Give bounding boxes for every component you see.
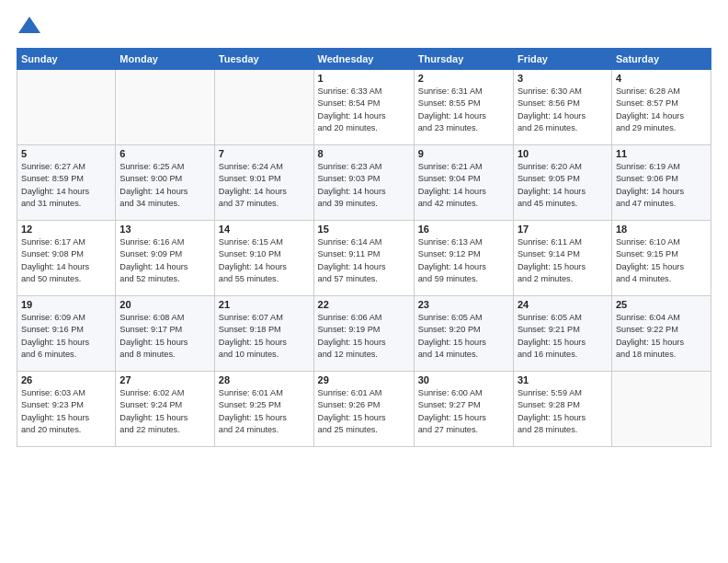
calendar-cell [611,372,711,447]
day-info: Sunrise: 6:19 AM Sunset: 9:06 PM Dayligh… [616,161,707,210]
calendar-cell: 30Sunrise: 6:00 AM Sunset: 9:27 PM Dayli… [414,372,513,447]
calendar-cell: 12Sunrise: 6:17 AM Sunset: 9:08 PM Dayli… [17,221,116,296]
day-info: Sunrise: 6:02 AM Sunset: 9:24 PM Dayligh… [119,387,210,436]
calendar-cell: 9Sunrise: 6:21 AM Sunset: 9:04 PM Daylig… [414,145,513,221]
day-number: 28 [219,374,310,385]
day-info: Sunrise: 6:06 AM Sunset: 9:19 PM Dayligh… [318,312,410,361]
day-number: 27 [119,374,210,385]
day-number: 5 [21,148,111,159]
week-row-4: 19Sunrise: 6:09 AM Sunset: 9:16 PM Dayli… [17,296,711,372]
calendar-cell: 10Sunrise: 6:20 AM Sunset: 9:05 PM Dayli… [513,145,611,221]
day-info: Sunrise: 6:04 AM Sunset: 9:22 PM Dayligh… [616,312,707,361]
calendar-cell: 2Sunrise: 6:31 AM Sunset: 8:55 PM Daylig… [414,70,513,145]
calendar-cell: 21Sunrise: 6:07 AM Sunset: 9:18 PM Dayli… [214,296,313,372]
day-number: 17 [518,224,608,235]
day-number: 30 [418,374,509,385]
calendar-cell: 16Sunrise: 6:13 AM Sunset: 9:12 PM Dayli… [414,221,513,296]
week-row-5: 26Sunrise: 6:03 AM Sunset: 9:23 PM Dayli… [17,372,711,447]
weekday-header-wednesday: Wednesday [313,49,414,70]
day-info: Sunrise: 6:33 AM Sunset: 8:54 PM Dayligh… [318,86,410,134]
calendar-cell: 5Sunrise: 6:27 AM Sunset: 8:59 PM Daylig… [17,145,116,221]
day-number: 31 [518,374,608,385]
day-info: Sunrise: 6:00 AM Sunset: 9:27 PM Dayligh… [418,387,509,436]
day-info: Sunrise: 6:20 AM Sunset: 9:05 PM Dayligh… [518,161,608,210]
week-row-1: 1Sunrise: 6:33 AM Sunset: 8:54 PM Daylig… [17,70,711,145]
day-number: 8 [318,148,410,159]
calendar-cell: 25Sunrise: 6:04 AM Sunset: 9:22 PM Dayli… [611,296,711,372]
day-number: 19 [21,299,111,310]
week-row-2: 5Sunrise: 6:27 AM Sunset: 8:59 PM Daylig… [17,145,711,221]
day-info: Sunrise: 6:23 AM Sunset: 9:03 PM Dayligh… [318,161,410,210]
day-info: Sunrise: 6:21 AM Sunset: 9:04 PM Dayligh… [418,161,509,210]
day-number: 2 [418,73,509,84]
calendar-cell: 1Sunrise: 6:33 AM Sunset: 8:54 PM Daylig… [313,70,414,145]
day-info: Sunrise: 6:25 AM Sunset: 9:00 PM Dayligh… [119,161,210,210]
day-number: 3 [518,73,608,84]
calendar-cell: 24Sunrise: 6:05 AM Sunset: 9:21 PM Dayli… [513,296,611,372]
calendar-cell: 17Sunrise: 6:11 AM Sunset: 9:14 PM Dayli… [513,221,611,296]
day-number: 11 [616,148,707,159]
weekday-header-tuesday: Tuesday [214,49,313,70]
calendar-cell: 14Sunrise: 6:15 AM Sunset: 9:10 PM Dayli… [214,221,313,296]
calendar-cell: 8Sunrise: 6:23 AM Sunset: 9:03 PM Daylig… [313,145,414,221]
day-info: Sunrise: 6:30 AM Sunset: 8:56 PM Dayligh… [518,86,608,134]
calendar-cell [17,70,116,145]
day-number: 7 [219,148,310,159]
day-info: Sunrise: 6:03 AM Sunset: 9:23 PM Dayligh… [21,387,111,436]
day-number: 18 [616,224,707,235]
calendar-cell: 29Sunrise: 6:01 AM Sunset: 9:26 PM Dayli… [313,372,414,447]
header [17,17,711,39]
calendar-cell: 19Sunrise: 6:09 AM Sunset: 9:16 PM Dayli… [17,296,116,372]
weekday-header-monday: Monday [116,49,215,70]
calendar-cell: 6Sunrise: 6:25 AM Sunset: 9:00 PM Daylig… [116,145,215,221]
day-info: Sunrise: 6:27 AM Sunset: 8:59 PM Dayligh… [21,161,111,210]
calendar-cell: 7Sunrise: 6:24 AM Sunset: 9:01 PM Daylig… [214,145,313,221]
day-info: Sunrise: 6:01 AM Sunset: 9:25 PM Dayligh… [219,387,310,436]
logo [17,17,46,39]
weekday-header-friday: Friday [513,49,611,70]
weekday-header-saturday: Saturday [611,49,711,70]
day-number: 10 [518,148,608,159]
logo-icon [17,13,42,39]
calendar-cell: 22Sunrise: 6:06 AM Sunset: 9:19 PM Dayli… [313,296,414,372]
day-info: Sunrise: 6:15 AM Sunset: 9:10 PM Dayligh… [219,236,310,285]
day-info: Sunrise: 5:59 AM Sunset: 9:28 PM Dayligh… [518,387,608,436]
day-number: 23 [418,299,509,310]
day-number: 22 [318,299,410,310]
day-info: Sunrise: 6:17 AM Sunset: 9:08 PM Dayligh… [21,236,111,285]
day-number: 9 [418,148,509,159]
calendar: SundayMondayTuesdayWednesdayThursdayFrid… [17,48,711,447]
day-number: 29 [318,374,410,385]
weekday-header-sunday: Sunday [17,49,116,70]
calendar-cell: 18Sunrise: 6:10 AM Sunset: 9:15 PM Dayli… [611,221,711,296]
calendar-cell: 11Sunrise: 6:19 AM Sunset: 9:06 PM Dayli… [611,145,711,221]
day-info: Sunrise: 6:24 AM Sunset: 9:01 PM Dayligh… [219,161,310,210]
day-number: 20 [119,299,210,310]
calendar-cell: 13Sunrise: 6:16 AM Sunset: 9:09 PM Dayli… [116,221,215,296]
calendar-cell: 27Sunrise: 6:02 AM Sunset: 9:24 PM Dayli… [116,372,215,447]
calendar-cell: 15Sunrise: 6:14 AM Sunset: 9:11 PM Dayli… [313,221,414,296]
day-info: Sunrise: 6:08 AM Sunset: 9:17 PM Dayligh… [119,312,210,361]
calendar-cell: 4Sunrise: 6:28 AM Sunset: 8:57 PM Daylig… [611,70,711,145]
day-info: Sunrise: 6:28 AM Sunset: 8:57 PM Dayligh… [616,86,707,134]
svg-marker-0 [18,17,40,33]
calendar-cell: 26Sunrise: 6:03 AM Sunset: 9:23 PM Dayli… [17,372,116,447]
day-info: Sunrise: 6:05 AM Sunset: 9:20 PM Dayligh… [418,312,509,361]
day-info: Sunrise: 6:09 AM Sunset: 9:16 PM Dayligh… [21,312,111,361]
day-number: 13 [119,224,210,235]
week-row-3: 12Sunrise: 6:17 AM Sunset: 9:08 PM Dayli… [17,221,711,296]
calendar-cell: 3Sunrise: 6:30 AM Sunset: 8:56 PM Daylig… [513,70,611,145]
calendar-cell: 28Sunrise: 6:01 AM Sunset: 9:25 PM Dayli… [214,372,313,447]
calendar-cell: 20Sunrise: 6:08 AM Sunset: 9:17 PM Dayli… [116,296,215,372]
calendar-cell [116,70,215,145]
day-number: 15 [318,224,410,235]
day-number: 24 [518,299,608,310]
day-info: Sunrise: 6:13 AM Sunset: 9:12 PM Dayligh… [418,236,509,285]
weekday-header-thursday: Thursday [414,49,513,70]
day-number: 14 [219,224,310,235]
calendar-cell: 23Sunrise: 6:05 AM Sunset: 9:20 PM Dayli… [414,296,513,372]
day-number: 25 [616,299,707,310]
day-number: 21 [219,299,310,310]
day-number: 16 [418,224,509,235]
day-info: Sunrise: 6:14 AM Sunset: 9:11 PM Dayligh… [318,236,410,285]
